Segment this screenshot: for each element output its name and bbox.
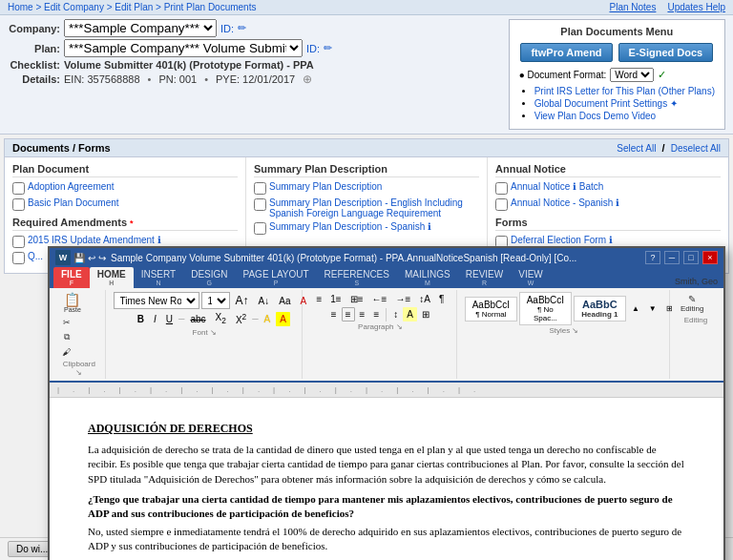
- annual-notice-spanish-link[interactable]: Annual Notice - Spanish ℹ: [511, 197, 619, 208]
- ribbon-tab-design[interactable]: DESIGNG: [183, 267, 235, 288]
- copy-button[interactable]: ⧉: [59, 330, 73, 344]
- cut-button[interactable]: ✂: [59, 316, 73, 329]
- spd-spanish-link[interactable]: Summary Plan Description - Spanish ℹ: [269, 221, 431, 232]
- deferral-election-link[interactable]: Deferral Election Form ℹ: [511, 235, 613, 245]
- redo-quick-btn[interactable]: ↪: [97, 253, 107, 263]
- menu-buttons: ftwPro Amend E-Signed Docs: [519, 43, 715, 62]
- borders-btn[interactable]: ⊞: [418, 307, 433, 321]
- font-sep2: ─: [252, 314, 258, 323]
- checklist-value: Volume Submitter 401(k) (Prototype Forma…: [64, 59, 314, 71]
- spd-col-title: Summary Plan Description: [254, 163, 479, 177]
- clipboard-label: Clipboard ↘: [59, 360, 99, 377]
- word-close-btn[interactable]: ×: [702, 251, 718, 264]
- font-face-select[interactable]: Times New Ro: [114, 292, 199, 309]
- irs-update-link[interactable]: 2015 IRS Update Amendment ℹ: [28, 235, 161, 245]
- details-expand-icon[interactable]: ⊕: [303, 73, 312, 86]
- view-plan-docs-demo-link[interactable]: View Plan Docs Demo Video: [534, 111, 656, 121]
- style-normal[interactable]: AaBbCcI ¶ Normal: [465, 297, 517, 321]
- word-help-btn[interactable]: ?: [645, 251, 660, 264]
- align-center-btn[interactable]: ≡: [342, 307, 355, 321]
- strikethrough-btn[interactable]: abc: [186, 312, 209, 326]
- plan-notes-link[interactable]: Plan Notes: [609, 2, 656, 12]
- shrink-font-btn[interactable]: A↓: [255, 294, 274, 308]
- text-color-btn[interactable]: A: [261, 312, 275, 326]
- ribbon-tab-references[interactable]: REFERENCESS: [317, 267, 397, 288]
- paste-button[interactable]: 📋 Paste: [59, 292, 86, 314]
- basic-plan-doc-checkbox[interactable]: [12, 198, 25, 211]
- editing-btn[interactable]: ✎ Editing: [678, 292, 706, 315]
- justify-btn[interactable]: ≡: [369, 307, 383, 321]
- ribbon-tab-review[interactable]: REVIEWR: [458, 267, 511, 288]
- menu-links: Print IRS Letter for This Plan (Other Pl…: [519, 86, 715, 121]
- para-row2: ≡ ≡ ≡ ≡ ↕ A ⊞: [327, 307, 433, 321]
- increase-indent-btn[interactable]: →≡: [391, 292, 414, 306]
- word-minimize-btn[interactable]: ─: [664, 251, 680, 264]
- plan-select[interactable]: ***Sample Company*** Volume Submitter 40…: [64, 39, 303, 57]
- align-left-btn[interactable]: ≡: [327, 307, 341, 321]
- save-quick-btn[interactable]: 💾: [73, 253, 86, 263]
- global-doc-print-link[interactable]: Global Document Print Settings ✦: [534, 98, 678, 109]
- adoption-agreement-checkbox[interactable]: [12, 182, 25, 195]
- superscript-btn[interactable]: X2: [232, 310, 250, 327]
- company-edit-icon[interactable]: ✏: [238, 22, 246, 34]
- show-hide-btn[interactable]: ¶: [435, 292, 448, 306]
- style-no-spacing[interactable]: AaBbCcI ¶ No Spac...: [519, 292, 572, 325]
- company-select[interactable]: ***Sample Company***: [64, 19, 217, 37]
- ftwpro-amend-button[interactable]: ftwPro Amend: [520, 43, 612, 62]
- ribbon-tab-mailings[interactable]: MAILINGSM: [397, 267, 458, 288]
- breadcrumb-edit-plan[interactable]: Edit Plan: [115, 2, 153, 12]
- irs-update-checkbox[interactable]: [12, 236, 25, 248]
- spd-english-checkbox[interactable]: [254, 198, 266, 211]
- ribbon-tab-insert[interactable]: INSERTN: [134, 267, 184, 288]
- style-heading1[interactable]: AaBbC Heading 1: [574, 296, 626, 321]
- spd-spanish-checkbox[interactable]: [254, 222, 266, 235]
- word-maximize-btn[interactable]: □: [683, 251, 699, 264]
- sort-btn[interactable]: ↕A: [415, 292, 434, 306]
- ribbon-tab-file[interactable]: FILE F: [53, 267, 90, 288]
- plan-edit-icon[interactable]: ✏: [324, 42, 332, 54]
- ribbon-tab-page-layout[interactable]: PAGE LAYOUTP: [236, 267, 317, 288]
- bullets-btn[interactable]: ≡: [312, 292, 325, 306]
- ribbon-tab-view[interactable]: VIEWW: [511, 267, 551, 288]
- q-link[interactable]: Q...: [28, 251, 43, 261]
- document-body[interactable]: ADQUISICIÓN DE DERECHOS La adquisición d…: [50, 398, 723, 560]
- line-spacing-btn[interactable]: ↕: [389, 307, 402, 321]
- annual-notice-spanish-checkbox[interactable]: [495, 198, 508, 211]
- spd-link[interactable]: Summary Plan Description: [269, 181, 382, 192]
- numbering-btn[interactable]: 1≡: [326, 292, 345, 306]
- adoption-agreement-link[interactable]: Adoption Agreement: [28, 181, 115, 192]
- font-label: Font ↘: [114, 328, 296, 337]
- styles-scroll-up[interactable]: ▲: [628, 302, 643, 315]
- select-all-link[interactable]: Select All: [617, 143, 656, 154]
- grow-font-btn[interactable]: A↑: [232, 292, 253, 309]
- font-size-select[interactable]: 12: [201, 292, 230, 309]
- italic-btn[interactable]: I: [150, 312, 160, 326]
- breadcrumb-home[interactable]: Home: [8, 2, 33, 12]
- basic-plan-doc-link[interactable]: Basic Plan Document: [28, 197, 119, 208]
- doc-format-select[interactable]: Word PDF: [610, 68, 654, 82]
- annual-notice-checkbox[interactable]: [495, 182, 508, 195]
- format-painter-button[interactable]: 🖌: [59, 345, 73, 359]
- deselect-all-link[interactable]: Deselect All: [671, 143, 721, 154]
- esigned-docs-button[interactable]: E-Signed Docs: [618, 43, 714, 62]
- highlight-btn[interactable]: A: [276, 312, 290, 326]
- updates-help-link[interactable]: Updates Help: [667, 2, 725, 12]
- bold-btn[interactable]: B: [134, 312, 148, 326]
- spd-checkbox[interactable]: [254, 182, 266, 195]
- breadcrumb-edit-company[interactable]: Edit Company: [44, 2, 104, 12]
- spd-english-link[interactable]: Summary Plan Description - English Inclu…: [269, 197, 479, 218]
- shading-btn[interactable]: A: [403, 307, 417, 321]
- subscript-btn[interactable]: X2: [212, 310, 230, 327]
- ribbon-tab-home[interactable]: HOMEH: [90, 267, 134, 288]
- decrease-indent-btn[interactable]: ←≡: [368, 292, 391, 306]
- clear-format-btn[interactable]: Aa: [275, 294, 294, 308]
- styles-scroll-down[interactable]: ▼: [645, 302, 660, 315]
- details-pye: PYE: 12/01/2017: [216, 73, 295, 85]
- undo-quick-btn[interactable]: ↩: [87, 253, 96, 263]
- annual-notice-link[interactable]: Annual Notice ℹ Batch: [511, 181, 603, 192]
- underline-btn[interactable]: U: [162, 312, 177, 326]
- print-irs-letter-link[interactable]: Print IRS Letter for This Plan (Other Pl…: [534, 86, 715, 96]
- q-checkbox[interactable]: [12, 252, 25, 264]
- multilevel-btn[interactable]: ⊞≡: [346, 292, 367, 306]
- align-right-btn[interactable]: ≡: [356, 307, 369, 321]
